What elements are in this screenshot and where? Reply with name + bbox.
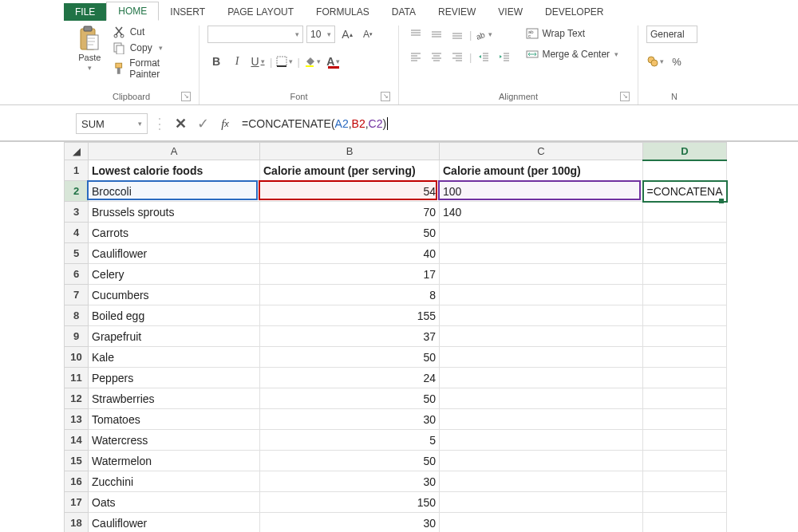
- row-header-18[interactable]: 18: [65, 513, 89, 533]
- bold-button[interactable]: B: [207, 53, 225, 70]
- align-right-button[interactable]: [448, 48, 466, 65]
- tab-home[interactable]: HOME: [106, 2, 159, 21]
- borders-button[interactable]: [275, 53, 294, 70]
- format-painter-button[interactable]: Format Painter: [113, 57, 191, 80]
- cell-D7[interactable]: [643, 285, 727, 305]
- cell-A6[interactable]: Celery: [89, 264, 260, 285]
- cell-B13[interactable]: 30: [260, 409, 440, 430]
- cell-D6[interactable]: [643, 264, 727, 285]
- font-name-combo[interactable]: ▾: [207, 26, 303, 43]
- font-color-button[interactable]: A: [325, 53, 342, 70]
- cell-A13[interactable]: Tomatoes: [89, 409, 260, 430]
- cell-A10[interactable]: Kale: [89, 347, 260, 368]
- cell-A2[interactable]: Broccoli: [89, 181, 260, 202]
- cell-A14[interactable]: Watercress: [89, 430, 260, 451]
- cell-A3[interactable]: Brussels sprouts: [89, 202, 260, 223]
- tab-formulas[interactable]: FORMULAS: [305, 3, 381, 21]
- cell-B6[interactable]: 17: [260, 264, 440, 285]
- align-bottom-button[interactable]: [448, 26, 466, 43]
- cell-B3[interactable]: 70: [260, 202, 440, 223]
- cell-B4[interactable]: 50: [260, 223, 440, 243]
- cell-D9[interactable]: [643, 326, 727, 347]
- cell-B1[interactable]: Calorie amount (per serving): [260, 160, 440, 181]
- cell-A8[interactable]: Boiled egg: [89, 305, 260, 326]
- cell-D18[interactable]: [643, 513, 727, 533]
- row-header-6[interactable]: 6: [65, 264, 89, 285]
- increase-font-button[interactable]: A▴: [338, 26, 356, 43]
- cell-C5[interactable]: [440, 243, 643, 264]
- tab-page-layout[interactable]: PAGE LAYOUT: [216, 3, 305, 21]
- cell-B2[interactable]: 54: [260, 181, 440, 202]
- cell-B16[interactable]: 30: [260, 471, 440, 492]
- name-box[interactable]: SUM ▾: [76, 113, 148, 134]
- font-size-combo[interactable]: 10 ▾: [306, 26, 335, 43]
- cell-D15[interactable]: [643, 451, 727, 471]
- cut-button[interactable]: Cut: [113, 26, 191, 38]
- cell-C16[interactable]: [440, 471, 643, 492]
- cell-C6[interactable]: [440, 264, 643, 285]
- tab-file[interactable]: FILE: [64, 3, 106, 21]
- cell-D5[interactable]: [643, 243, 727, 264]
- row-header-8[interactable]: 8: [65, 305, 89, 326]
- cell-C17[interactable]: [440, 492, 643, 513]
- row-header-11[interactable]: 11: [65, 368, 89, 388]
- align-center-button[interactable]: [428, 48, 445, 65]
- row-header-3[interactable]: 3: [65, 202, 89, 223]
- percent-button[interactable]: %: [668, 53, 685, 70]
- cell-B5[interactable]: 40: [260, 243, 440, 264]
- cell-C1[interactable]: Calorie amount (per 100g): [440, 160, 643, 181]
- wrap-text-button[interactable]: abc Wrap Text: [526, 26, 618, 41]
- cell-C15[interactable]: [440, 451, 643, 471]
- cell-A1[interactable]: Lowest calorie foods: [89, 160, 260, 181]
- cell-B10[interactable]: 50: [260, 347, 440, 368]
- spreadsheet-grid[interactable]: ◢ABCD1Lowest calorie foodsCalorie amount…: [64, 142, 798, 532]
- cell-B7[interactable]: 8: [260, 285, 440, 305]
- cell-D4[interactable]: [643, 223, 727, 243]
- cell-C8[interactable]: [440, 305, 643, 326]
- cell-B11[interactable]: 24: [260, 368, 440, 388]
- cell-D8[interactable]: [643, 305, 727, 326]
- fx-button[interactable]: fx: [216, 115, 234, 132]
- cell-A12[interactable]: Strawberries: [89, 388, 260, 409]
- cell-C11[interactable]: [440, 368, 643, 388]
- cell-A5[interactable]: Cauliflower: [89, 243, 260, 264]
- cell-C4[interactable]: [440, 223, 643, 243]
- tab-insert[interactable]: INSERT: [159, 3, 216, 21]
- cell-A7[interactable]: Cucumbers: [89, 285, 260, 305]
- tab-developer[interactable]: DEVELOPER: [534, 3, 614, 21]
- cell-A18[interactable]: Cauliflower: [89, 513, 260, 533]
- row-header-12[interactable]: 12: [65, 388, 89, 409]
- cell-D1[interactable]: [643, 160, 727, 181]
- cell-D11[interactable]: [643, 368, 727, 388]
- font-dialog-launcher[interactable]: ↘: [381, 92, 390, 101]
- row-header-5[interactable]: 5: [65, 243, 89, 264]
- alignment-dialog-launcher[interactable]: ↘: [620, 92, 630, 101]
- cell-D12[interactable]: [643, 388, 727, 409]
- selection-fill-handle[interactable]: [719, 199, 724, 203]
- increase-indent-button[interactable]: [496, 48, 513, 65]
- cell-D10[interactable]: [643, 347, 727, 368]
- align-left-button[interactable]: [407, 48, 425, 65]
- tab-data[interactable]: DATA: [381, 3, 427, 21]
- cell-B8[interactable]: 155: [260, 305, 440, 326]
- cell-C18[interactable]: [440, 513, 643, 533]
- cell-B12[interactable]: 50: [260, 388, 440, 409]
- cell-D2[interactable]: =CONCATENA: [643, 181, 727, 202]
- italic-button[interactable]: I: [228, 53, 246, 70]
- orientation-button[interactable]: ab: [475, 26, 493, 43]
- clipboard-dialog-launcher[interactable]: ↘: [181, 92, 191, 101]
- decrease-indent-button[interactable]: [475, 48, 492, 65]
- col-header-C[interactable]: C: [440, 143, 643, 160]
- cell-A15[interactable]: Watermelon: [89, 451, 260, 471]
- col-header-B[interactable]: B: [260, 143, 440, 160]
- cell-D14[interactable]: [643, 430, 727, 451]
- cell-D16[interactable]: [643, 471, 727, 492]
- row-header-17[interactable]: 17: [65, 492, 89, 513]
- cell-C7[interactable]: [440, 285, 643, 305]
- row-header-13[interactable]: 13: [65, 409, 89, 430]
- underline-button[interactable]: U: [249, 53, 267, 70]
- row-header-4[interactable]: 4: [65, 223, 89, 243]
- cell-B9[interactable]: 37: [260, 326, 440, 347]
- cell-C2[interactable]: 100: [440, 181, 643, 202]
- cell-A17[interactable]: Oats: [89, 492, 260, 513]
